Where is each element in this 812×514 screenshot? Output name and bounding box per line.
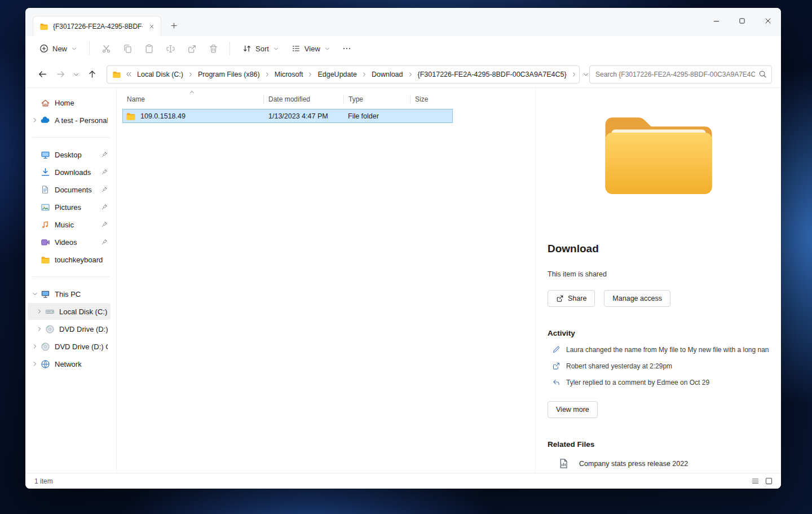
chevron-right-icon[interactable] (30, 117, 39, 123)
breadcrumb-chevron-icon[interactable] (187, 71, 195, 78)
search-input[interactable] (595, 71, 755, 78)
pin-icon (101, 221, 108, 228)
details-pane: Download This item is shared Share Manag… (535, 88, 781, 473)
sidebar-item-network[interactable]: Network (28, 355, 111, 372)
sidebar-item-pictures[interactable]: Pictures (28, 199, 111, 216)
file-row[interactable]: 109.0.1518.49 1/13/2023 4:47 PM File fol… (122, 109, 453, 123)
pin-icon (101, 204, 108, 210)
breadcrumb-item[interactable]: Download (368, 68, 407, 81)
sidebar-item-documents[interactable]: Documents (28, 181, 111, 198)
close-button[interactable] (755, 8, 781, 34)
navigation-pane: Home A test - Personal Desktop (25, 88, 117, 473)
recent-locations-chevron-icon[interactable] (69, 65, 83, 84)
downloads-icon (39, 168, 51, 177)
pictures-icon (39, 203, 51, 212)
breadcrumb-item[interactable]: EdgeUpdate (314, 68, 360, 81)
stats-document-icon (558, 458, 569, 469)
file-explorer-window: {F3017226-FE2A-4295-8BDF-0 New (25, 8, 781, 489)
new-tab-button[interactable] (167, 19, 181, 33)
share-button[interactable]: Share (548, 290, 595, 307)
breadcrumb-overflow-icon[interactable] (125, 71, 133, 78)
chevron-down-icon (273, 46, 279, 52)
paste-button[interactable] (138, 39, 160, 58)
address-bar[interactable]: Local Disk (C:) Program Files (x86) Micr… (107, 65, 580, 84)
chevron-right-icon[interactable] (30, 344, 39, 349)
activity-text: Laura changed the name from My file to M… (566, 346, 769, 354)
sort-button[interactable]: Sort (237, 40, 285, 57)
breadcrumb-item[interactable]: Program Files (x86) (195, 68, 263, 81)
toolbar-separator (230, 42, 230, 55)
activity-item: Laura changed the name from My file to M… (548, 345, 769, 354)
sidebar-item-downloads[interactable]: Downloads (28, 164, 111, 181)
forward-button[interactable] (51, 65, 69, 84)
sidebar-item-onedrive[interactable]: A test - Personal (28, 112, 111, 129)
music-icon (39, 220, 51, 229)
view-more-button[interactable]: View more (548, 401, 598, 418)
related-file-item[interactable]: Company stats press release 2022 (548, 458, 769, 469)
chevron-right-icon[interactable] (30, 361, 39, 367)
breadcrumb-chevron-icon[interactable] (407, 71, 414, 78)
activity-item: Tyler replied to a comment by Edmee on O… (548, 378, 769, 386)
view-icon (292, 44, 301, 53)
delete-button[interactable] (202, 39, 224, 58)
home-icon (39, 98, 51, 108)
related-files-section-title: Related Files (548, 440, 769, 449)
column-header-type[interactable]: Type (344, 91, 410, 107)
pin-icon (101, 239, 108, 245)
explorer-tab[interactable]: {F3017226-FE2A-4295-8BDF-0 (33, 16, 161, 36)
sidebar-item-dvd-drive-cc[interactable]: DVD Drive (D:) CC (28, 320, 111, 337)
details-title: Download (548, 243, 769, 255)
file-list: Name Date modified Type Size 109.0.1518.… (117, 88, 535, 473)
breadcrumb-chevron-icon[interactable] (263, 71, 271, 78)
sidebar-item-local-disk-c[interactable]: Local Disk (C:) (28, 303, 111, 320)
activity-section-title: Activity (548, 329, 769, 337)
address-row: Local Disk (C:) Program Files (x86) Micr… (25, 61, 781, 88)
manage-access-button[interactable]: Manage access (604, 290, 670, 307)
back-button[interactable] (33, 65, 51, 84)
share-button-toolbar[interactable] (181, 39, 202, 58)
sidebar-item-dvd-drive-ccc[interactable]: DVD Drive (D:) CCC (28, 338, 111, 355)
chevron-right-icon[interactable] (35, 326, 44, 332)
breadcrumb-chevron-icon[interactable] (570, 71, 578, 78)
breadcrumb-chevron-icon[interactable] (360, 71, 368, 78)
sidebar-separator (32, 276, 109, 277)
column-header-date-modified[interactable]: Date modified (264, 91, 343, 107)
onedrive-cloud-icon (39, 115, 51, 125)
column-header-size[interactable]: Size (411, 91, 454, 107)
folder-icon (112, 70, 121, 79)
minimize-button[interactable] (703, 8, 729, 34)
sidebar-item-this-pc[interactable]: This PC (28, 285, 111, 302)
desktop-icon (39, 150, 51, 160)
folder-icon (126, 111, 136, 121)
breadcrumb-chevron-icon[interactable] (306, 71, 314, 78)
new-button[interactable]: New (33, 40, 83, 57)
sidebar-item-videos[interactable]: Videos (28, 234, 111, 251)
maximize-button[interactable] (729, 8, 755, 34)
chevron-down-icon (324, 46, 330, 52)
command-bar: New Sort (25, 36, 781, 61)
breadcrumb-item[interactable]: Local Disk (C:) (134, 68, 187, 81)
more-options-button[interactable] (336, 39, 358, 58)
copy-button[interactable] (117, 39, 138, 58)
rename-button[interactable] (160, 39, 181, 58)
sidebar-item-music[interactable]: Music (28, 216, 111, 233)
breadcrumb-item[interactable]: {F3017226-FE2A-4295-8BDF-00C3A9A7E4C5} (414, 68, 570, 81)
large-folder-icon (548, 107, 769, 203)
view-button[interactable]: View (286, 40, 336, 57)
related-file-name: Company stats press release 2022 (579, 460, 688, 468)
details-view-toggle-icon[interactable] (749, 476, 761, 487)
this-pc-icon (39, 289, 51, 299)
chevron-right-icon[interactable] (35, 309, 44, 314)
window-controls (703, 8, 781, 36)
chevron-down-icon[interactable] (30, 291, 39, 297)
cut-button[interactable] (95, 39, 117, 58)
large-icons-view-toggle-icon[interactable] (763, 476, 774, 487)
documents-icon (39, 185, 51, 194)
breadcrumb-item[interactable]: Microsoft (271, 68, 307, 81)
toolbar-separator (89, 42, 90, 55)
up-button[interactable] (83, 65, 101, 84)
tab-close-icon[interactable] (147, 22, 156, 31)
sidebar-item-touchkeyboard[interactable]: touchkeyboard (28, 251, 111, 268)
sidebar-item-home[interactable]: Home (28, 94, 111, 111)
sidebar-item-desktop[interactable]: Desktop (28, 146, 111, 163)
